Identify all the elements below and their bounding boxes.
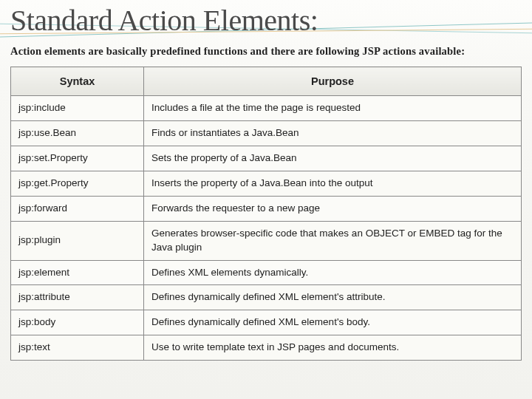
cell-syntax: jsp:text [11, 335, 144, 361]
table-row: jsp:attribute Defines dynamically define… [11, 285, 522, 310]
cell-purpose: Finds or instantiates a Java.Bean [144, 121, 522, 146]
cell-syntax: jsp:use.Bean [11, 121, 144, 146]
header-syntax: Syntax [11, 67, 144, 96]
table-row: jsp:element Defines XML elements dynamic… [11, 260, 522, 285]
cell-purpose: Use to write template text in JSP pages … [144, 335, 522, 361]
slide-title: Standard Action Elements: [0, 0, 532, 38]
table-row: jsp:include Includes a file at the time … [11, 96, 522, 121]
cell-purpose: Generates browser-specific code that mak… [144, 221, 522, 260]
cell-purpose: Defines XML elements dynamically. [144, 260, 522, 285]
actions-table-container: Syntax Purpose jsp:include Includes a fi… [0, 64, 532, 361]
cell-syntax: jsp:forward [11, 196, 144, 221]
cell-syntax: jsp:get.Property [11, 171, 144, 196]
table-row: jsp:plugin Generates browser-specific co… [11, 221, 522, 260]
cell-purpose: Defines dynamically defined XML element'… [144, 285, 522, 310]
cell-purpose: Includes a file at the time the page is … [144, 96, 522, 121]
header-purpose: Purpose [144, 67, 522, 96]
table-row: jsp:use.Bean Finds or instantiates a Jav… [11, 121, 522, 146]
cell-syntax: jsp:set.Property [11, 146, 144, 171]
table-row: jsp:forward Forwards the requester to a … [11, 196, 522, 221]
table-row: jsp:body Defines dynamically defined XML… [11, 310, 522, 335]
cell-syntax: jsp:attribute [11, 285, 144, 310]
table-row: jsp:get.Property Inserts the property of… [11, 171, 522, 196]
table-header-row: Syntax Purpose [11, 67, 522, 96]
table-row: jsp:set.Property Sets the property of a … [11, 146, 522, 171]
cell-syntax: jsp:include [11, 96, 144, 121]
slide-description: Action elements are basically predefined… [0, 38, 532, 64]
cell-syntax: jsp:element [11, 260, 144, 285]
cell-purpose: Forwards the requester to a new page [144, 196, 522, 221]
table-row: jsp:text Use to write template text in J… [11, 335, 522, 361]
actions-table-body: jsp:include Includes a file at the time … [11, 96, 522, 361]
cell-purpose: Inserts the property of a Java.Bean into… [144, 171, 522, 196]
cell-purpose: Defines dynamically defined XML element'… [144, 310, 522, 335]
cell-syntax: jsp:plugin [11, 221, 144, 260]
cell-purpose: Sets the property of a Java.Bean [144, 146, 522, 171]
cell-syntax: jsp:body [11, 310, 144, 335]
actions-table: Syntax Purpose jsp:include Includes a fi… [10, 66, 522, 361]
